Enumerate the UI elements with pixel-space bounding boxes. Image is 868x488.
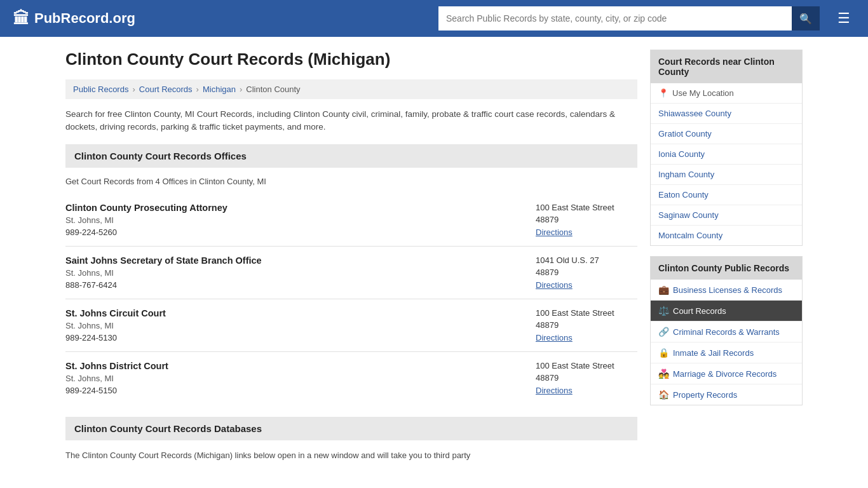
- inmate-icon: 🔒: [658, 348, 669, 358]
- office-entry-3: St. Johns Circuit Court St. Johns, MI 98…: [65, 299, 637, 352]
- record-inmate[interactable]: 🔒Inmate & Jail Records: [651, 342, 802, 363]
- record-business[interactable]: 💼Business Licenses & Records: [651, 280, 802, 300]
- directions-link-3[interactable]: Directions: [536, 333, 573, 342]
- offices-section-header: Clinton County Court Records Offices: [65, 144, 637, 168]
- property-icon: 🏠: [658, 390, 669, 400]
- list-item[interactable]: 🔒Inmate & Jail Records: [651, 342, 802, 363]
- use-location-label: Use My Location: [672, 88, 734, 98]
- office-address-2: 1041 Old U.S. 27: [536, 255, 637, 265]
- office-city-4: St. Johns, MI: [65, 374, 523, 383]
- public-records-section: Clinton County Public Records 💼Business …: [650, 256, 803, 405]
- logo-text: PubRecord.org: [34, 10, 135, 27]
- record-property[interactable]: 🏠Property Records: [651, 384, 802, 405]
- nearby-county-shiawassee[interactable]: Shiawassee County: [651, 104, 802, 123]
- office-address-3: 100 East State Street: [536, 308, 637, 318]
- nearby-county-gratiot[interactable]: Gratiot County: [651, 124, 802, 144]
- nearby-section: Court Records near Clinton County 📍 Use …: [650, 50, 803, 246]
- office-zip-4: 48879: [536, 373, 637, 383]
- list-item[interactable]: 💑Marriage & Divorce Records: [651, 363, 802, 384]
- record-marriage[interactable]: 💑Marriage & Divorce Records: [651, 363, 802, 384]
- nearby-county-ingham[interactable]: Ingham County: [651, 165, 802, 184]
- search-button[interactable]: 🔍: [792, 6, 820, 30]
- nearby-county-ionia[interactable]: Ionia County: [651, 144, 802, 164]
- breadcrumb-sep-1: ›: [132, 85, 135, 94]
- office-phone-4: 989-224-5150: [65, 386, 523, 395]
- list-item[interactable]: Ingham County: [651, 165, 802, 185]
- list-item[interactable]: Shiawassee County: [651, 104, 802, 124]
- databases-section-header: Clinton County Court Records Databases: [65, 417, 637, 440]
- breadcrumb-link-public-records[interactable]: Public Records: [73, 85, 128, 94]
- list-item[interactable]: 🏠Property Records: [651, 384, 802, 405]
- nearby-county-eaton[interactable]: Eaton County: [651, 185, 802, 205]
- databases-description: The Clinton County Court Records (Michig…: [65, 449, 637, 462]
- criminal-icon: 🔗: [658, 327, 669, 337]
- record-criminal[interactable]: 🔗Criminal Records & Warrants: [651, 322, 802, 342]
- page-title: Clinton County Court Records (Michigan): [65, 50, 637, 69]
- office-city-1: St. Johns, MI: [65, 215, 523, 225]
- directions-link-2[interactable]: Directions: [536, 280, 573, 290]
- breadcrumb-current: Clinton County: [246, 85, 300, 94]
- nearby-section-header: Court Records near Clinton County: [651, 50, 802, 83]
- list-item[interactable]: Eaton County: [651, 185, 802, 205]
- sidebar: Court Records near Clinton County 📍 Use …: [650, 50, 803, 474]
- header: 🏛 PubRecord.org 🔍 ☰: [0, 0, 868, 37]
- list-item[interactable]: Gratiot County: [651, 124, 802, 144]
- offices-note: Get Court Records from 4 Offices in Clin…: [65, 177, 637, 186]
- list-item[interactable]: Saginaw County: [651, 205, 802, 226]
- list-item[interactable]: ⚖️Court Records: [651, 301, 802, 322]
- office-address-1: 100 East State Street: [536, 203, 637, 212]
- search-bar: 🔍: [438, 6, 820, 30]
- logo[interactable]: 🏛 PubRecord.org: [13, 9, 135, 29]
- content-area: Clinton County Court Records (Michigan) …: [65, 50, 637, 474]
- list-item[interactable]: Ionia County: [651, 144, 802, 165]
- databases-section: Clinton County Court Records Databases T…: [65, 417, 637, 462]
- office-zip-3: 48879: [536, 320, 637, 330]
- list-item[interactable]: 💼Business Licenses & Records: [651, 280, 802, 301]
- list-item[interactable]: Montcalm County: [651, 226, 802, 245]
- breadcrumb: Public Records › Court Records › Michiga…: [65, 79, 637, 99]
- search-input[interactable]: [438, 6, 792, 30]
- office-name-1: Clinton County Prosecuting Attorney: [65, 203, 523, 213]
- public-records-section-header: Clinton County Public Records: [651, 257, 802, 280]
- office-zip-1: 48879: [536, 215, 637, 224]
- breadcrumb-sep-2: ›: [196, 85, 199, 94]
- use-location[interactable]: 📍 Use My Location: [651, 83, 802, 104]
- office-address-4: 100 East State Street: [536, 361, 637, 370]
- office-city-2: St. Johns, MI: [65, 268, 523, 278]
- directions-link-1[interactable]: Directions: [536, 227, 573, 237]
- nearby-county-saginaw[interactable]: Saginaw County: [651, 205, 802, 225]
- office-name-3: St. Johns Circuit Court: [65, 308, 523, 318]
- office-entry-4: St. Johns District Court St. Johns, MI 9…: [65, 352, 637, 404]
- breadcrumb-link-court-records[interactable]: Court Records: [139, 85, 193, 94]
- office-phone-3: 989-224-5130: [65, 333, 523, 342]
- office-name-4: St. Johns District Court: [65, 361, 523, 371]
- record-court[interactable]: ⚖️Court Records: [651, 301, 802, 321]
- logo-icon: 🏛: [13, 9, 29, 29]
- court-icon: ⚖️: [658, 306, 669, 316]
- breadcrumb-link-michigan[interactable]: Michigan: [203, 85, 236, 94]
- nearby-counties-list: Shiawassee County Gratiot County Ionia C…: [651, 104, 802, 245]
- office-city-3: St. Johns, MI: [65, 321, 523, 330]
- office-phone-2: 888-767-6424: [65, 280, 523, 290]
- menu-button[interactable]: ☰: [832, 8, 855, 29]
- office-entry-1: Clinton County Prosecuting Attorney St. …: [65, 194, 637, 247]
- location-pin-icon: 📍: [658, 88, 668, 98]
- main-container: Clinton County Court Records (Michigan) …: [53, 37, 815, 487]
- marriage-icon: 💑: [658, 369, 669, 379]
- breadcrumb-sep-3: ›: [240, 85, 242, 94]
- directions-link-4[interactable]: Directions: [536, 386, 573, 395]
- business-icon: 💼: [658, 285, 669, 295]
- office-phone-1: 989-224-5260: [65, 227, 523, 237]
- public-records-list: 💼Business Licenses & Records ⚖️Court Rec…: [651, 280, 802, 405]
- office-entry-2: Saint Johns Secretary of State Branch Of…: [65, 247, 637, 299]
- list-item[interactable]: 🔗Criminal Records & Warrants: [651, 322, 802, 342]
- office-zip-2: 48879: [536, 268, 637, 277]
- office-name-2: Saint Johns Secretary of State Branch Of…: [65, 255, 523, 266]
- nearby-county-montcalm[interactable]: Montcalm County: [651, 226, 802, 245]
- offices-section: Clinton County Court Records Offices Get…: [65, 144, 637, 404]
- page-description: Search for free Clinton County, MI Court…: [65, 108, 637, 134]
